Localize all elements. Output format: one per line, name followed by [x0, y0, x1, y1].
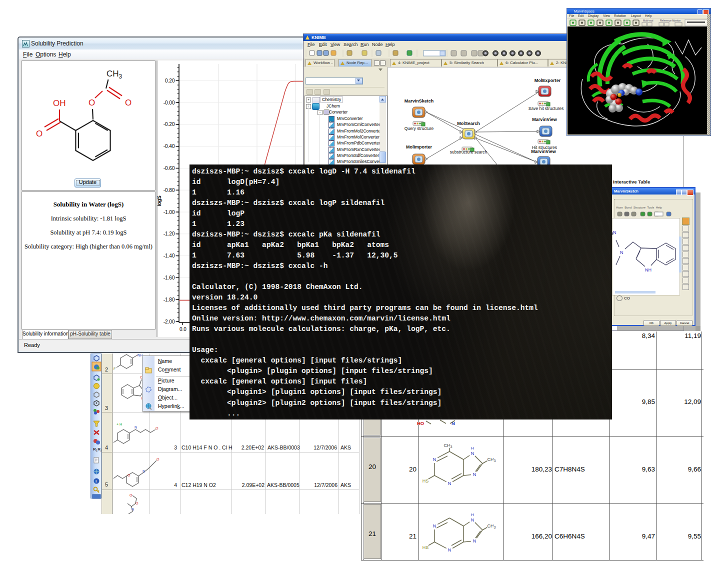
- svg-text:Reference Monitor: Reference Monitor: [660, 19, 680, 22]
- svg-text:-0.00: -0.00: [164, 100, 175, 106]
- svg-text:O: O: [88, 98, 95, 108]
- svg-text:MolImporter: MolImporter: [406, 144, 432, 150]
- svg-text:CH3: CH3: [488, 524, 496, 529]
- svg-text:NH: NH: [645, 268, 652, 272]
- svg-text:-1.60: -1.60: [164, 275, 175, 280]
- svg-text:N: N: [613, 230, 616, 235]
- svg-text:HS: HS: [422, 545, 429, 550]
- svg-text:F: F: [114, 367, 116, 370]
- svg-text:logS: logS: [158, 196, 162, 206]
- svg-text:-0.40: -0.40: [164, 144, 175, 149]
- svg-text:Multi-mol: Multi-mol: [643, 19, 653, 22]
- svg-text:O: O: [36, 129, 42, 138]
- svg-text:MolSearch: MolSearch: [457, 121, 480, 126]
- svg-text:H: H: [471, 512, 474, 517]
- svg-text:MarvinView: MarvinView: [532, 117, 557, 122]
- svg-text:-1.20: -1.20: [164, 231, 175, 236]
- svg-text:N: N: [471, 451, 474, 456]
- svg-text:N: N: [620, 250, 624, 255]
- svg-text:0.20: 0.20: [165, 78, 175, 84]
- svg-text:CH3: CH3: [444, 443, 452, 448]
- svg-text:-0.20: -0.20: [164, 122, 175, 127]
- svg-text:N: N: [433, 524, 436, 528]
- svg-text:-0.60: -0.60: [164, 166, 175, 171]
- svg-text:HS: HS: [422, 478, 429, 484]
- svg-text:N: N: [433, 457, 436, 462]
- svg-text:substructure search: substructure search: [450, 150, 488, 154]
- svg-text:-1.80: -1.80: [164, 297, 175, 302]
- svg-text:R1R2: R1R2: [93, 447, 102, 452]
- svg-text:O: O: [136, 502, 138, 505]
- svg-text:MolExporter: MolExporter: [534, 78, 561, 83]
- svg-text:O: O: [128, 474, 130, 477]
- svg-text:+ H: + H: [116, 422, 122, 426]
- svg-text:N: N: [142, 470, 145, 473]
- svg-text:MarvinSketch: MarvinSketch: [404, 98, 434, 104]
- svg-text:CH3: CH3: [488, 457, 496, 462]
- svg-text:i: i: [96, 479, 96, 484]
- svg-text:H: H: [471, 446, 474, 450]
- svg-text:Save hit structures: Save hit structures: [528, 106, 564, 111]
- svg-text:O: O: [156, 458, 160, 461]
- svg-text:-0.80: -0.80: [164, 188, 175, 193]
- svg-text:O: O: [130, 494, 132, 497]
- svg-text:N: N: [132, 508, 134, 511]
- svg-text:Query structure: Query structure: [404, 126, 434, 131]
- svg-text:O: O: [156, 426, 158, 430]
- svg-text:N: N: [448, 548, 452, 552]
- svg-text:-1.00: -1.00: [164, 210, 175, 215]
- svg-text:-2.00: -2.00: [164, 319, 175, 324]
- svg-text:-1.40: -1.40: [164, 253, 175, 258]
- svg-text:0.0: 0.0: [180, 326, 186, 332]
- svg-text:N: N: [471, 518, 474, 522]
- svg-text:N: N: [473, 472, 476, 477]
- svg-text:N: N: [448, 481, 452, 486]
- svg-text:CH3: CH3: [106, 69, 122, 80]
- svg-text:O: O: [125, 98, 132, 108]
- svg-text:N: N: [134, 426, 137, 429]
- svg-text:N: N: [473, 538, 476, 544]
- svg-text:OH: OH: [53, 98, 66, 108]
- svg-text:MarvinView: MarvinView: [531, 149, 556, 154]
